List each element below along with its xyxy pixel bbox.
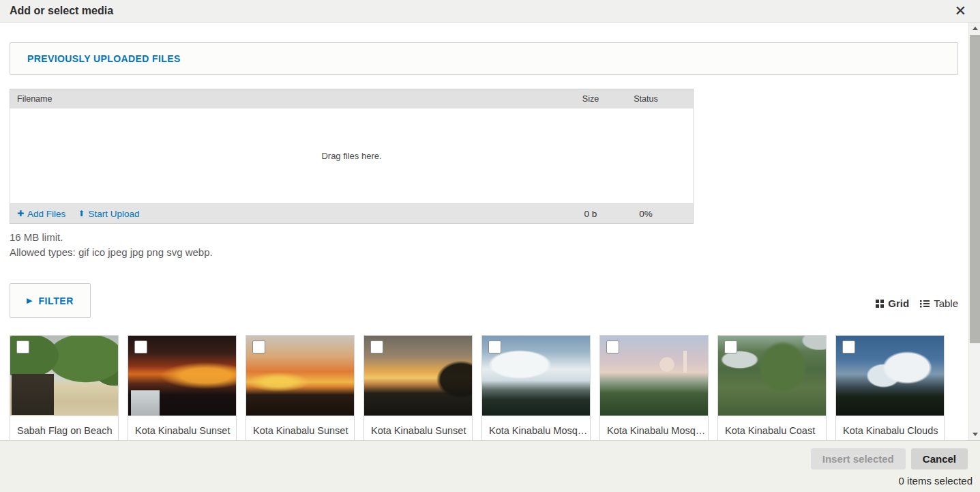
add-files-button[interactable]: ✚ Add Files [17, 209, 65, 219]
media-thumbnail [600, 336, 708, 416]
grid-view-button[interactable]: Grid [876, 298, 909, 309]
media-thumbnail [246, 336, 354, 416]
column-size: Size [563, 94, 618, 104]
modal-titlebar: Add or select media ✕ [0, 0, 980, 23]
upload-arrow-icon: ⬆ [78, 209, 85, 218]
add-files-label: Add Files [27, 209, 65, 219]
view-toggle: Grid Table [876, 298, 958, 309]
media-checkbox[interactable] [606, 341, 619, 353]
drop-hint-text: Drag files here. [321, 151, 381, 161]
scrollbar-thumb[interactable] [970, 35, 980, 343]
media-item[interactable]: Kota Kinabalu Coast [717, 335, 827, 440]
media-item-label: Kota Kinabalu Coast [718, 416, 826, 436]
filter-accordion-button[interactable]: ▶ FILTER [10, 283, 91, 318]
media-thumbnail [10, 336, 118, 416]
media-thumbnail [128, 336, 236, 416]
column-status: Status [618, 94, 693, 104]
close-button[interactable]: ✕ [950, 4, 970, 18]
media-item-label: Kota Kinabalu Mosq… [600, 416, 708, 436]
media-checkbox[interactable] [252, 341, 265, 353]
media-checkbox[interactable] [370, 341, 383, 353]
media-item[interactable]: Kota Kinabalu Mosq… [599, 335, 709, 440]
media-item[interactable]: Kota Kinabalu Sunset [128, 335, 237, 440]
filter-row: ▶ FILTER Grid Table [10, 283, 958, 318]
filter-label: FILTER [38, 295, 74, 306]
start-upload-label: Start Upload [88, 209, 139, 219]
media-grid: Sabah Flag on Beach Kota Kinabalu Sunset… [10, 335, 968, 440]
upload-progress-value: 0% [618, 209, 693, 219]
media-checkbox[interactable] [16, 341, 29, 353]
media-thumbnail [482, 336, 590, 416]
scroll-up-icon [972, 27, 978, 30]
media-checkbox[interactable] [842, 341, 855, 353]
previously-uploaded-accordion[interactable]: PREVIOUSLY UPLOADED FILES [10, 42, 958, 75]
cancel-button[interactable]: Cancel [911, 448, 968, 469]
upload-dropzone[interactable]: Drag files here. [10, 108, 694, 203]
start-upload-button[interactable]: ⬆ Start Upload [78, 209, 139, 219]
plus-icon: ✚ [17, 209, 24, 218]
modal-footer: Insert selected Cancel 0 items selected [0, 440, 980, 492]
footer-buttons: Insert selected Cancel [811, 448, 968, 469]
scroll-up-button[interactable] [969, 23, 980, 34]
media-item[interactable]: Sabah Flag on Beach [10, 335, 119, 440]
accordion-label: PREVIOUSLY UPLOADED FILES [27, 53, 181, 64]
filter-arrow-icon: ▶ [27, 296, 32, 305]
column-filename: Filename [10, 94, 563, 104]
media-item[interactable]: Kota Kinabalu Mosq… [481, 335, 591, 440]
media-item[interactable]: Kota Kinabalu Sunset [246, 335, 355, 440]
media-thumbnail [836, 336, 944, 416]
upload-table-header: Filename Size Status [10, 89, 694, 108]
media-item[interactable]: Kota Kinabalu Sunset [363, 335, 473, 440]
scroll-down-icon [972, 433, 978, 436]
selection-status: 0 items selected [899, 475, 972, 487]
table-view-button[interactable]: Table [920, 298, 958, 309]
modal-title: Add or select media [10, 5, 113, 17]
media-item-label: Kota Kinabalu Mosq… [482, 416, 590, 436]
grid-view-label: Grid [888, 298, 909, 309]
media-thumbnail [718, 336, 826, 416]
table-icon [920, 300, 930, 308]
vertical-scrollbar[interactable] [968, 23, 980, 440]
table-view-label: Table [934, 298, 958, 309]
upload-hints: 16 MB limit. Allowed types: gif ico jpeg… [10, 230, 968, 260]
modal-content: PREVIOUSLY UPLOADED FILES Filename Size … [0, 23, 968, 440]
media-checkbox[interactable] [134, 341, 147, 353]
close-icon: ✕ [954, 3, 966, 19]
media-item-label: Kota Kinabalu Clouds [836, 416, 944, 436]
grid-icon [876, 300, 884, 308]
upload-table-footer: ✚ Add Files ⬆ Start Upload 0 b 0% [10, 203, 694, 224]
media-checkbox[interactable] [724, 341, 737, 353]
scroll-down-button[interactable] [969, 429, 980, 440]
media-item-label: Kota Kinabalu Sunset [128, 416, 236, 436]
media-item-label: Sabah Flag on Beach [10, 416, 118, 436]
media-checkbox[interactable] [488, 341, 501, 353]
upload-table: Filename Size Status Drag files here. ✚ … [10, 89, 694, 224]
allowed-types-text: Allowed types: gif ico jpeg jpg png svg … [10, 245, 968, 260]
insert-selected-button[interactable]: Insert selected [811, 448, 906, 469]
media-item[interactable]: Kota Kinabalu Clouds [835, 335, 945, 440]
media-item-label: Kota Kinabalu Sunset [246, 416, 354, 436]
size-limit-text: 16 MB limit. [10, 230, 968, 245]
media-thumbnail [364, 336, 472, 416]
total-size-value: 0 b [563, 209, 618, 219]
media-item-label: Kota Kinabalu Sunset [364, 416, 472, 436]
